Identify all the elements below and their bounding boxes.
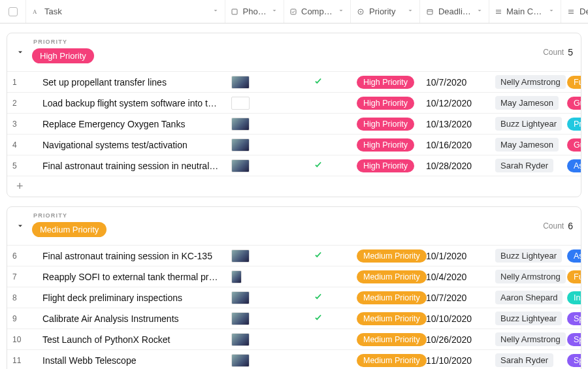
cell-main-contact[interactable]: Nelly Armstrong — [490, 329, 562, 349]
task-name[interactable]: Load backup flight system software into … — [31, 98, 221, 108]
cell-priority[interactable]: High Priority — [351, 93, 421, 113]
cell-main-contact[interactable]: Nelly Armstrong — [490, 72, 562, 92]
department-chip[interactable]: Fueling — [567, 76, 581, 89]
task-name[interactable]: Reapply SOFI to external tank thermal pr… — [31, 272, 221, 282]
table-row[interactable]: 2Load backup flight system software into… — [7, 92, 581, 113]
cell-department[interactable]: Astrona — [562, 246, 581, 266]
cell-department[interactable]: Fueling — [562, 72, 581, 92]
department-chip[interactable]: Inspect — [567, 291, 581, 304]
photo-thumbnail[interactable] — [231, 118, 250, 131]
cell-complete[interactable] — [285, 350, 351, 369]
cell-department[interactable]: Fueling — [562, 266, 581, 287]
table-row[interactable]: 1Set up propellant transfer linesHigh Pr… — [7, 71, 581, 92]
cell-complete[interactable] — [285, 246, 351, 266]
contact-chip[interactable]: Buzz Lightyear — [495, 117, 562, 131]
department-chip[interactable]: Astrona — [567, 249, 581, 263]
task-name[interactable]: Replace Emergency Oxygen Tanks — [31, 119, 221, 129]
contact-chip[interactable]: Buzz Lightyear — [495, 249, 562, 263]
cell-department[interactable]: Guidanc — [562, 93, 581, 113]
department-chip[interactable]: Astrona — [567, 159, 581, 172]
column-priority[interactable]: Priority — [351, 0, 420, 23]
cell-main-contact[interactable]: May Jameson — [490, 135, 562, 155]
task-name[interactable]: Test Launch of PythonX Rocket — [31, 334, 221, 345]
department-chip[interactable]: Fueling — [567, 270, 581, 283]
cell-priority[interactable]: Medium Priority — [351, 329, 421, 349]
photo-thumbnail[interactable] — [231, 97, 250, 110]
add-row-button[interactable]: + — [7, 176, 581, 197]
contact-chip[interactable]: Sarah Ryder — [495, 159, 553, 172]
contact-chip[interactable]: May Jameson — [495, 96, 559, 110]
department-chip[interactable]: Space — [567, 354, 581, 367]
cell-priority[interactable]: Medium Priority — [351, 287, 421, 308]
department-chip[interactable]: Space — [567, 312, 581, 325]
cell-department[interactable]: Space — [562, 329, 581, 349]
table-row[interactable]: 5Final astronaut training session in neu… — [7, 155, 581, 176]
column-complete[interactable]: Complete? — [284, 0, 351, 23]
cell-photos[interactable] — [226, 308, 285, 329]
select-all-checkbox[interactable] — [0, 0, 26, 23]
cell-priority[interactable]: Medium Priority — [351, 266, 421, 287]
column-photos[interactable]: Photos — [225, 0, 284, 23]
cell-department[interactable]: Inspect — [562, 287, 581, 308]
task-name[interactable]: Navigational systems test/activation — [31, 140, 221, 150]
cell-complete[interactable] — [285, 72, 351, 92]
cell-main-contact[interactable]: Sarah Ryder — [490, 155, 562, 176]
cell-department[interactable]: Guidanc — [562, 135, 581, 155]
cell-deadline[interactable]: 10/1/2020 — [421, 246, 490, 266]
task-name[interactable]: Install Webb Telescope — [31, 355, 221, 366]
cell-main-contact[interactable]: Buzz Lightyear — [490, 246, 562, 266]
cell-deadline[interactable]: 10/12/2020 — [421, 93, 490, 113]
cell-photos[interactable] — [226, 155, 285, 176]
cell-photos[interactable] — [226, 114, 285, 134]
department-chip[interactable]: Space — [567, 333, 581, 346]
cell-complete[interactable] — [285, 93, 351, 113]
cell-department[interactable]: Astrona — [562, 155, 581, 176]
column-task[interactable]: A Task — [26, 0, 225, 23]
cell-main-contact[interactable]: May Jameson — [490, 93, 562, 113]
cell-priority[interactable]: High Priority — [351, 155, 421, 176]
cell-department[interactable]: Space — [562, 350, 581, 369]
cell-photos[interactable] — [226, 287, 285, 308]
department-chip[interactable]: Procure — [567, 118, 581, 131]
department-chip[interactable]: Guidanc — [567, 138, 581, 152]
photo-thumbnail[interactable] — [231, 159, 250, 172]
collapse-toggle[interactable] — [15, 221, 25, 231]
contact-chip[interactable]: Nelly Armstrong — [495, 270, 566, 283]
cell-main-contact[interactable]: Aaron Shepard — [490, 287, 562, 308]
cell-photos[interactable] — [226, 266, 285, 287]
cell-priority[interactable]: Medium Priority — [351, 246, 421, 266]
cell-photos[interactable] — [226, 135, 285, 155]
contact-chip[interactable]: Nelly Armstrong — [495, 75, 566, 89]
task-name[interactable]: Set up propellant transfer lines — [31, 77, 221, 88]
cell-priority[interactable]: High Priority — [351, 135, 421, 155]
department-chip[interactable]: Guidanc — [567, 97, 581, 110]
cell-deadline[interactable]: 10/28/2020 — [421, 155, 490, 176]
photo-thumbnail[interactable] — [231, 354, 250, 367]
cell-priority[interactable]: High Priority — [351, 72, 421, 92]
column-deadline[interactable]: Deadline — [420, 0, 489, 23]
task-name[interactable]: Calibrate Air Analysis Instruments — [31, 313, 221, 324]
cell-deadline[interactable]: 10/4/2020 — [421, 266, 490, 287]
cell-complete[interactable] — [285, 155, 351, 176]
task-name[interactable]: Final astronaut training session in neut… — [31, 161, 221, 171]
cell-main-contact[interactable]: Buzz Lightyear — [490, 114, 562, 134]
task-name[interactable]: Flight deck preliminary inspections — [31, 293, 221, 303]
cell-department[interactable]: Space — [562, 308, 581, 329]
collapse-toggle[interactable] — [15, 47, 25, 57]
table-row[interactable]: 4Navigational systems test/activationHig… — [7, 134, 581, 155]
table-row[interactable]: 11Install Webb TelescopeMedium Priority1… — [7, 349, 581, 369]
cell-main-contact[interactable]: Buzz Lightyear — [490, 308, 562, 329]
cell-deadline[interactable]: 10/26/2020 — [421, 329, 490, 349]
cell-complete[interactable] — [285, 266, 351, 287]
table-row[interactable]: 6Final astronaut training session in KC-… — [7, 245, 581, 266]
table-row[interactable]: 10Test Launch of PythonX RocketMedium Pr… — [7, 329, 581, 349]
contact-chip[interactable]: Buzz Lightyear — [495, 312, 562, 325]
cell-complete[interactable] — [285, 135, 351, 155]
task-name[interactable]: Final astronaut training session in KC-1… — [31, 251, 221, 261]
cell-priority[interactable]: Medium Priority — [351, 308, 421, 329]
cell-photos[interactable] — [226, 329, 285, 349]
photo-thumbnail[interactable] — [231, 291, 250, 304]
table-row[interactable]: 9Calibrate Air Analysis InstrumentsMediu… — [7, 308, 581, 329]
contact-chip[interactable]: May Jameson — [495, 138, 559, 152]
cell-deadline[interactable]: 10/10/2020 — [421, 308, 490, 329]
